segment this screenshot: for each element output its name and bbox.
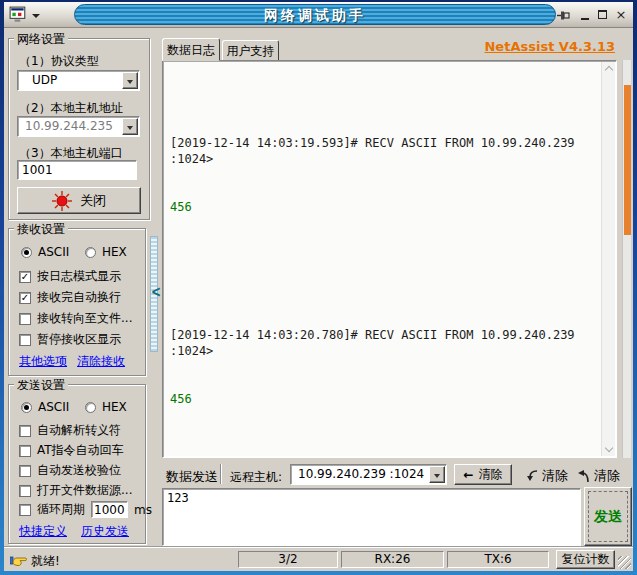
other-options-link[interactable]: 其他选项 [19,353,67,370]
loop-period-input[interactable] [91,501,128,518]
log-entry-header: [2019-12-14 14:03:19.593]# RECV ASCII FR… [170,135,595,167]
resize-grip[interactable] [618,556,631,569]
status-rx-panel: RX:26 [341,551,444,568]
status-ready-text: 就绪! [31,553,60,570]
history-send-link[interactable]: 历史发送 [81,523,129,540]
checkbox-unchecked-icon [19,334,31,346]
checkbox-auto-newline[interactable]: ✓ 接收完自动换行 [19,289,121,306]
clear-receive-link[interactable]: 清除接收 [77,353,125,370]
status-counter-panel: 3/2 [238,551,338,568]
checkbox-checksum[interactable]: 自动发送校验位 [19,462,121,479]
data-log-panel: [2019-12-14 14:03:19.593]# RECV ASCII FR… [162,60,617,458]
remote-host-label: 远程主机: [230,469,282,486]
radio-on-icon [21,247,32,258]
minimize-button[interactable] [577,7,593,23]
recv-ascii-label: ASCII [38,245,69,259]
host-combobox[interactable]: 10.99.244.235 [17,116,140,137]
recv-ascii-radio[interactable]: ASCII [21,245,69,259]
checkbox-at-cr-label: AT指令自动回车 [37,442,124,459]
close-connection-label: 关闭 [80,192,106,210]
protocol-dropdown-button[interactable] [122,72,138,89]
pointing-hand-icon [10,553,27,567]
close-icon: × [616,7,627,22]
host-value: 10.99.244.235 [18,117,122,135]
radio-off-icon [85,247,96,258]
loop-period-unit: ms [134,503,152,517]
checkbox-unchecked-icon [19,485,31,497]
send-button-label: 发送 [585,488,631,545]
chevron-down-icon [434,474,440,481]
radio-on-icon [21,402,32,413]
close-button[interactable]: × [613,7,629,23]
checkbox-escape-parse[interactable]: 自动解析转义符 [19,422,121,439]
pin-icon[interactable] [557,10,571,21]
checkbox-pause-display[interactable]: 暂停接收区显示 [19,331,121,348]
send-button[interactable]: 发送 [584,487,632,546]
clear-send-display-button[interactable]: 清除 [577,467,620,485]
remote-host-dropdown-button[interactable] [429,466,445,483]
arrow-left-icon: ← [463,468,473,482]
client-area: 网络调试助手 × 网络设置 （1）协议类型 UDP （2）本地主机地址 10.9… [4,2,633,571]
host-label: （2）本地主机地址 [19,100,123,117]
port-input[interactable] [17,160,137,180]
red-radiating-dot-icon [52,191,72,211]
panel-collapse-splitter[interactable]: < [150,236,158,352]
log-text-area[interactable]: [2019-12-14 14:03:19.593]# RECV ASCII FR… [164,62,601,456]
send-settings-title: 发送设置 [14,377,68,394]
checkbox-unchecked-icon [19,445,31,457]
send-ascii-label: ASCII [38,400,69,414]
receive-settings-group: 接收设置 ASCII HEX ✓ 按日志模式显示 ✓ 接收完自动换行 接收转向至… [8,228,146,376]
checkbox-file-source-label: 打开文件数据源... [37,482,132,499]
reset-count-button[interactable]: 复位计数 [556,550,615,569]
checkbox-checked-icon: ✓ [19,292,31,304]
checkbox-unchecked-icon [19,313,31,325]
clear-send-area-button[interactable]: ← 清除 [454,464,512,485]
clear-send-area-label: 清除 [479,466,503,483]
send-input-area[interactable]: 123 [162,488,581,546]
checkbox-loop-period[interactable]: 循环周期 ms [19,501,152,518]
window-menu-caret-icon[interactable] [32,14,40,22]
log-entry-data: 456 [170,199,595,215]
checkbox-checked-icon: ✓ [19,271,31,283]
tab-user-support[interactable]: 用户支持 [222,40,279,61]
scroll-up-icon[interactable] [605,66,613,74]
close-connection-button[interactable]: 关闭 [17,187,141,214]
scroll-down-icon[interactable] [605,444,613,452]
chevron-down-icon [127,126,133,133]
receive-settings-title: 接收设置 [14,221,68,238]
log-scrollbar[interactable] [601,62,615,456]
clear-receive-display-label: 清除 [542,467,568,485]
checkbox-recv-to-file[interactable]: 接收转向至文件... [19,310,132,327]
send-hex-radio[interactable]: HEX [85,400,127,414]
log-entry: [2019-12-14 14:03:20.780]# RECV ASCII FR… [170,295,595,439]
clear-receive-display-button[interactable]: 清除 [525,467,568,485]
send-ascii-radio[interactable]: ASCII [21,400,69,414]
recv-hex-radio[interactable]: HEX [85,245,127,259]
protocol-combobox[interactable]: UDP [17,70,140,91]
host-dropdown-button[interactable] [122,118,138,135]
protocol-value: UDP [18,71,122,89]
checkbox-pause-display-label: 暂停接收区显示 [37,331,121,348]
checkbox-at-cr[interactable]: AT指令自动回车 [19,442,124,459]
checkbox-recv-to-file-label: 接收转向至文件... [37,310,132,327]
window-edge-scrollbar[interactable] [622,60,631,458]
remote-host-combobox[interactable]: 10.99.240.239 :1024 [290,464,447,485]
network-settings-title: 网络设置 [14,31,68,48]
chevron-down-icon [127,80,133,87]
maximize-button[interactable] [595,7,611,23]
checkbox-unchecked-icon [19,425,31,437]
tab-data-log[interactable]: 数据日志 [162,38,220,61]
scrollbar-thumb[interactable] [624,85,631,235]
checkbox-file-source[interactable]: 打开文件数据源... [19,482,132,499]
version-link[interactable]: NetAssist V4.3.13 [484,39,615,54]
send-settings-group: 发送设置 ASCII HEX 自动解析转义符 AT指令自动回车 自动发送校验位 … [8,384,146,544]
app-icon[interactable] [9,6,27,24]
checkbox-log-mode[interactable]: ✓ 按日志模式显示 [19,268,121,285]
status-tx-panel: TX:6 [447,551,549,568]
quick-define-link[interactable]: 快捷定义 [19,523,67,540]
checkbox-unchecked-icon [19,504,31,516]
network-settings-group: 网络设置 （1）协议类型 UDP （2）本地主机地址 10.99.244.235… [8,38,150,220]
log-entry: [2019-12-14 14:03:19.593]# RECV ASCII FR… [170,103,595,247]
log-entry-data: 456 [170,391,595,407]
remote-host-value: 10.99.240.239 :1024 [291,465,429,483]
